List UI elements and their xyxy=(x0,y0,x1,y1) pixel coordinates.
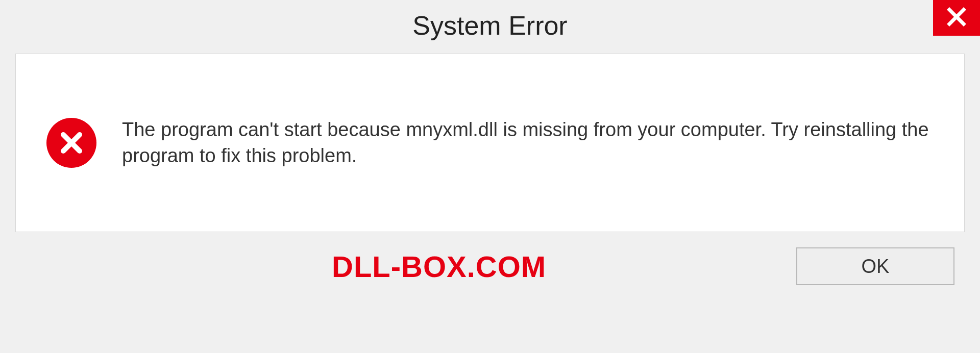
dialog-title: System Error xyxy=(412,10,567,41)
titlebar: System Error xyxy=(0,0,980,54)
close-button[interactable] xyxy=(933,0,980,36)
message-panel: The program can't start because mnyxml.d… xyxy=(15,54,965,232)
error-message: The program can't start because mnyxml.d… xyxy=(122,117,934,169)
ok-button[interactable]: OK xyxy=(796,247,954,285)
close-icon xyxy=(946,7,967,29)
error-icon xyxy=(46,118,96,168)
watermark-text: DLL-BOX.COM xyxy=(332,249,546,284)
dialog-footer: DLL-BOX.COM OK xyxy=(15,247,965,285)
